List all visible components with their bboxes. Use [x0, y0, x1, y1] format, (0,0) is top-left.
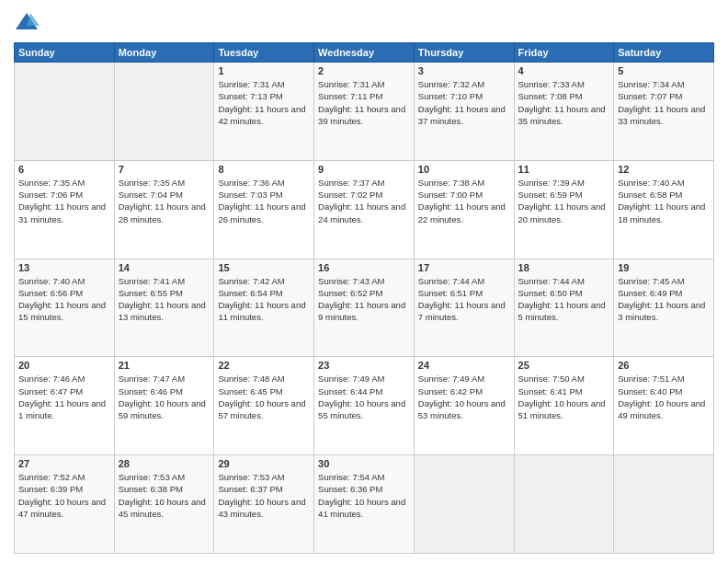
daylight-label: Daylight: 11 hours and 7 minutes. — [418, 300, 506, 322]
day-info: Sunrise: 7:31 AM Sunset: 7:11 PM Dayligh… — [318, 78, 410, 127]
sunrise-label: Sunrise: 7:40 AM — [18, 276, 85, 286]
daylight-label: Daylight: 11 hours and 42 minutes. — [218, 104, 305, 126]
sunrise-label: Sunrise: 7:41 AM — [119, 276, 185, 286]
calendar-cell — [614, 455, 714, 554]
sunset-label: Sunset: 7:04 PM — [119, 190, 183, 200]
weekday-header-tuesday: Tuesday — [214, 43, 314, 63]
daylight-label: Daylight: 11 hours and 26 minutes. — [218, 201, 305, 224]
sunset-label: Sunset: 6:44 PM — [318, 386, 382, 396]
calendar-week-4: 20 Sunrise: 7:46 AM Sunset: 6:47 PM Dayl… — [15, 357, 714, 455]
calendar-cell — [514, 455, 614, 554]
sunset-label: Sunset: 6:55 PM — [119, 288, 183, 298]
sunset-label: Sunset: 6:42 PM — [418, 386, 483, 396]
day-number: 28 — [119, 458, 210, 469]
sunrise-label: Sunrise: 7:54 AM — [318, 472, 384, 482]
daylight-label: Daylight: 11 hours and 1 minute. — [18, 398, 106, 420]
weekday-header-wednesday: Wednesday — [314, 43, 415, 63]
day-info: Sunrise: 7:50 AM Sunset: 6:41 PM Dayligh… — [518, 373, 610, 421]
day-number: 20 — [18, 360, 110, 371]
day-info: Sunrise: 7:36 AM Sunset: 7:03 PM Dayligh… — [218, 177, 310, 225]
day-number: 27 — [18, 458, 110, 469]
day-info: Sunrise: 7:37 AM Sunset: 7:02 PM Dayligh… — [318, 177, 410, 225]
day-info: Sunrise: 7:35 AM Sunset: 7:04 PM Dayligh… — [119, 177, 210, 225]
sunset-label: Sunset: 6:38 PM — [119, 484, 183, 494]
svg-marker-1 — [27, 13, 40, 26]
sunset-label: Sunset: 7:08 PM — [518, 91, 583, 101]
calendar-cell: 25 Sunrise: 7:50 AM Sunset: 6:41 PM Dayl… — [514, 357, 614, 455]
daylight-label: Daylight: 11 hours and 13 minutes. — [119, 300, 206, 322]
sunset-label: Sunset: 7:13 PM — [218, 91, 282, 101]
sunrise-label: Sunrise: 7:39 AM — [518, 178, 585, 188]
sunrise-label: Sunrise: 7:42 AM — [218, 276, 284, 286]
day-number: 15 — [218, 262, 310, 273]
day-number: 4 — [518, 65, 610, 76]
logo — [14, 9, 43, 35]
day-number: 25 — [518, 360, 610, 371]
day-info: Sunrise: 7:52 AM Sunset: 6:39 PM Dayligh… — [18, 471, 110, 520]
calendar-cell: 15 Sunrise: 7:42 AM Sunset: 6:54 PM Dayl… — [214, 259, 314, 357]
calendar-cell: 24 Sunrise: 7:49 AM Sunset: 6:42 PM Dayl… — [414, 357, 514, 455]
daylight-label: Daylight: 11 hours and 9 minutes. — [318, 300, 405, 322]
calendar-cell: 18 Sunrise: 7:44 AM Sunset: 6:50 PM Dayl… — [514, 259, 614, 357]
header — [14, 9, 714, 35]
sunrise-label: Sunrise: 7:45 AM — [618, 276, 684, 286]
day-number: 17 — [418, 262, 510, 273]
day-info: Sunrise: 7:33 AM Sunset: 7:08 PM Dayligh… — [518, 78, 610, 127]
calendar-week-2: 6 Sunrise: 7:35 AM Sunset: 7:06 PM Dayli… — [15, 160, 714, 259]
calendar-week-3: 13 Sunrise: 7:40 AM Sunset: 6:56 PM Dayl… — [15, 259, 714, 357]
day-number: 19 — [618, 262, 710, 273]
day-info: Sunrise: 7:47 AM Sunset: 6:46 PM Dayligh… — [119, 373, 210, 421]
day-number: 12 — [618, 164, 710, 175]
sunset-label: Sunset: 6:39 PM — [18, 484, 83, 494]
daylight-label: Daylight: 10 hours and 51 minutes. — [518, 398, 606, 420]
sunrise-label: Sunrise: 7:43 AM — [318, 276, 384, 286]
weekday-header-monday: Monday — [114, 43, 214, 63]
weekday-header-thursday: Thursday — [414, 43, 514, 63]
sunset-label: Sunset: 7:06 PM — [18, 190, 83, 200]
day-number: 26 — [618, 360, 710, 371]
sunset-label: Sunset: 6:50 PM — [518, 288, 583, 298]
calendar-cell: 11 Sunrise: 7:39 AM Sunset: 6:59 PM Dayl… — [514, 160, 614, 259]
sunrise-label: Sunrise: 7:49 AM — [318, 373, 384, 384]
day-info: Sunrise: 7:31 AM Sunset: 7:13 PM Dayligh… — [218, 78, 310, 127]
day-number: 3 — [418, 65, 510, 76]
calendar-cell: 9 Sunrise: 7:37 AM Sunset: 7:02 PM Dayli… — [314, 160, 415, 259]
sunrise-label: Sunrise: 7:51 AM — [618, 373, 684, 384]
daylight-label: Daylight: 11 hours and 5 minutes. — [518, 300, 606, 322]
day-number: 21 — [119, 360, 210, 371]
calendar-cell: 29 Sunrise: 7:53 AM Sunset: 6:37 PM Dayl… — [214, 455, 314, 554]
daylight-label: Daylight: 11 hours and 20 minutes. — [518, 201, 606, 224]
sunset-label: Sunset: 6:51 PM — [418, 288, 483, 298]
sunset-label: Sunset: 7:00 PM — [418, 190, 483, 200]
weekday-header-sunday: Sunday — [15, 43, 115, 63]
sunrise-label: Sunrise: 7:31 AM — [318, 79, 384, 89]
day-number: 5 — [618, 65, 710, 76]
daylight-label: Daylight: 11 hours and 31 minutes. — [18, 201, 106, 224]
day-number: 9 — [318, 164, 410, 175]
calendar-cell: 13 Sunrise: 7:40 AM Sunset: 6:56 PM Dayl… — [15, 259, 115, 357]
logo-icon — [14, 9, 40, 35]
calendar-cell: 5 Sunrise: 7:34 AM Sunset: 7:07 PM Dayli… — [614, 63, 714, 161]
day-info: Sunrise: 7:32 AM Sunset: 7:10 PM Dayligh… — [418, 78, 510, 127]
calendar-cell: 17 Sunrise: 7:44 AM Sunset: 6:51 PM Dayl… — [414, 259, 514, 357]
sunrise-label: Sunrise: 7:38 AM — [418, 178, 484, 188]
day-number: 29 — [218, 458, 310, 469]
calendar-cell: 16 Sunrise: 7:43 AM Sunset: 6:52 PM Dayl… — [314, 259, 415, 357]
day-info: Sunrise: 7:44 AM Sunset: 6:51 PM Dayligh… — [418, 275, 510, 324]
day-info: Sunrise: 7:38 AM Sunset: 7:00 PM Dayligh… — [418, 177, 510, 225]
day-info: Sunrise: 7:42 AM Sunset: 6:54 PM Dayligh… — [218, 275, 310, 324]
day-info: Sunrise: 7:40 AM Sunset: 6:56 PM Dayligh… — [18, 275, 110, 324]
day-number: 11 — [518, 164, 610, 175]
sunset-label: Sunset: 6:40 PM — [618, 386, 682, 396]
day-info: Sunrise: 7:39 AM Sunset: 6:59 PM Dayligh… — [518, 177, 610, 225]
daylight-label: Daylight: 11 hours and 37 minutes. — [418, 104, 506, 126]
sunset-label: Sunset: 6:54 PM — [218, 288, 282, 298]
calendar-cell: 14 Sunrise: 7:41 AM Sunset: 6:55 PM Dayl… — [114, 259, 214, 357]
calendar-cell: 1 Sunrise: 7:31 AM Sunset: 7:13 PM Dayli… — [214, 63, 314, 161]
day-info: Sunrise: 7:40 AM Sunset: 6:58 PM Dayligh… — [618, 177, 710, 225]
day-info: Sunrise: 7:48 AM Sunset: 6:45 PM Dayligh… — [218, 373, 310, 421]
calendar-cell: 7 Sunrise: 7:35 AM Sunset: 7:04 PM Dayli… — [114, 160, 214, 259]
calendar-cell: 3 Sunrise: 7:32 AM Sunset: 7:10 PM Dayli… — [414, 63, 514, 161]
calendar-week-5: 27 Sunrise: 7:52 AM Sunset: 6:39 PM Dayl… — [15, 455, 714, 554]
day-number: 1 — [218, 65, 310, 76]
